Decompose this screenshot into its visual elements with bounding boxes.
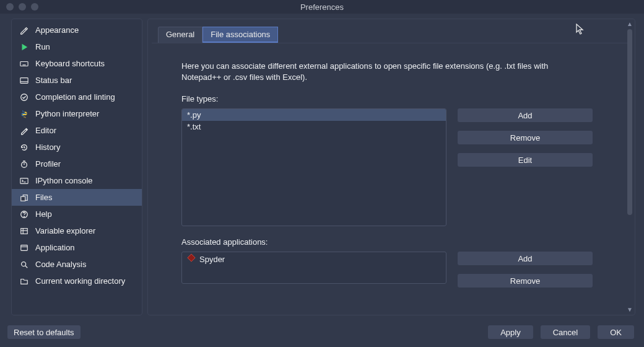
svg-point-16 xyxy=(24,216,25,217)
file-types-remove-button[interactable]: Remove xyxy=(458,131,593,144)
sidebar-item-files[interactable]: Files xyxy=(12,189,142,206)
associated-app-label: Spyder xyxy=(199,255,225,264)
scroll-thumb[interactable] xyxy=(627,29,632,215)
sidebar-item-label: Appearance xyxy=(35,25,79,35)
sidebar-item-label: Completion and linting xyxy=(35,92,115,102)
scroll-down-icon[interactable]: ▼ xyxy=(626,306,633,314)
sidebar-item-appearance[interactable]: Appearance xyxy=(12,22,142,38)
sidebar-item-label: Run xyxy=(35,42,50,51)
file-types-label: File types: xyxy=(181,94,612,103)
sidebar-item-cwd[interactable]: Current working directory xyxy=(12,273,142,289)
svg-rect-0 xyxy=(20,61,28,66)
completion-linting-icon xyxy=(19,92,29,102)
python-interpreter-icon xyxy=(19,109,29,119)
content-scrollbar[interactable]: ▲ ▼ xyxy=(626,20,633,314)
scroll-up-icon[interactable]: ▲ xyxy=(626,20,633,28)
apply-button[interactable]: Apply xyxy=(488,325,533,339)
svg-rect-17 xyxy=(21,228,28,234)
ipython-console-icon xyxy=(19,176,29,186)
sidebar-item-label: Variable explorer xyxy=(35,226,95,235)
sidebar-item-run[interactable]: Run xyxy=(12,38,142,55)
variable-explorer-icon xyxy=(19,226,29,236)
ok-button[interactable]: OK xyxy=(598,325,634,339)
sidebar-item-ipython-console[interactable]: IPython console xyxy=(12,172,142,189)
associated-apps-add-button[interactable]: Add xyxy=(458,252,593,265)
sidebar-item-label: History xyxy=(35,143,60,152)
sidebar-item-label: Status bar xyxy=(35,76,72,85)
titlebar: Preferences xyxy=(0,0,644,14)
svg-rect-5 xyxy=(20,77,28,83)
run-icon xyxy=(19,42,29,52)
sidebar-item-help[interactable]: Help xyxy=(12,206,142,222)
tabs-bar: GeneralFile associations xyxy=(148,19,635,43)
reset-defaults-button[interactable]: Reset to defaults xyxy=(7,325,80,339)
sidebar-item-label: Files xyxy=(35,193,52,202)
spyder-app-icon xyxy=(187,253,196,262)
sidebar-item-python-interpreter[interactable]: Python interpreter xyxy=(12,105,142,122)
sidebar-item-label: Help xyxy=(35,209,52,219)
svg-rect-11 xyxy=(20,178,28,183)
tab-file-associations[interactable]: File associations xyxy=(202,27,278,43)
sidebar-item-keyboard-shortcuts[interactable]: Keyboard shortcuts xyxy=(12,55,142,72)
sidebar-item-label: Profiler xyxy=(35,159,61,169)
sidebar-item-profiler[interactable]: Profiler xyxy=(12,156,142,172)
svg-line-23 xyxy=(25,265,28,268)
file-type-item[interactable]: *.py xyxy=(182,109,446,121)
editor-icon xyxy=(19,126,29,136)
preferences-content: ▲ ▼ GeneralFile associations Here you ca… xyxy=(147,19,635,315)
dialog-footer: Reset to defaults Apply Cancel OK xyxy=(0,320,644,344)
profiler-icon xyxy=(19,159,29,169)
svg-point-22 xyxy=(22,261,26,266)
file-associations-panel: Here you can associate different externa… xyxy=(152,43,631,314)
cancel-button[interactable]: Cancel xyxy=(541,325,590,339)
associated-app-item[interactable]: Spyder xyxy=(182,252,446,265)
svg-marker-24 xyxy=(188,254,195,261)
help-icon xyxy=(19,209,29,219)
associated-apps-label: Associated applications: xyxy=(181,237,612,247)
sidebar-item-application[interactable]: Application xyxy=(12,239,142,256)
file-types-add-button[interactable]: Add xyxy=(458,108,593,122)
sidebar-item-history[interactable]: History xyxy=(12,139,142,156)
status-bar-icon xyxy=(19,76,29,86)
file-types-edit-button[interactable]: Edit xyxy=(458,153,593,167)
associated-apps-remove-button[interactable]: Remove xyxy=(458,274,593,288)
sidebar-item-label: Keyboard shortcuts xyxy=(35,59,105,68)
file-types-listbox[interactable]: *.py*.txt xyxy=(181,108,446,226)
code-analysis-icon xyxy=(19,260,29,270)
appearance-icon xyxy=(19,25,29,35)
associated-apps-listbox[interactable]: Spyder xyxy=(181,252,446,284)
file-type-item[interactable]: *.txt xyxy=(182,121,446,133)
cwd-icon xyxy=(19,276,29,286)
sidebar-item-variable-explorer[interactable]: Variable explorer xyxy=(12,222,142,239)
svg-rect-14 xyxy=(21,196,25,201)
files-icon xyxy=(19,193,29,203)
sidebar-item-editor[interactable]: Editor xyxy=(12,122,142,139)
sidebar-item-label: Application xyxy=(35,243,75,252)
tab-general[interactable]: General xyxy=(158,27,202,43)
sidebar-item-label: Python interpreter xyxy=(35,109,99,118)
sidebar-item-label: Code Analysis xyxy=(35,260,86,269)
sidebar-item-status-bar[interactable]: Status bar xyxy=(12,72,142,89)
svg-rect-20 xyxy=(21,245,28,250)
sidebar-item-label: Current working directory xyxy=(35,276,125,286)
history-icon xyxy=(19,143,29,152)
sidebar-item-label: Editor xyxy=(35,126,56,135)
sidebar-item-label: IPython console xyxy=(35,176,93,185)
sidebar-item-code-analysis[interactable]: Code Analysis xyxy=(12,256,142,273)
window-title: Preferences xyxy=(0,2,644,12)
keyboard-shortcuts-icon xyxy=(19,59,29,69)
application-icon xyxy=(19,243,29,253)
preferences-sidebar: AppearanceRunKeyboard shortcutsStatus ba… xyxy=(11,19,142,315)
panel-description: Here you can associate different externa… xyxy=(181,61,578,83)
sidebar-item-completion-linting[interactable]: Completion and linting xyxy=(12,89,142,105)
